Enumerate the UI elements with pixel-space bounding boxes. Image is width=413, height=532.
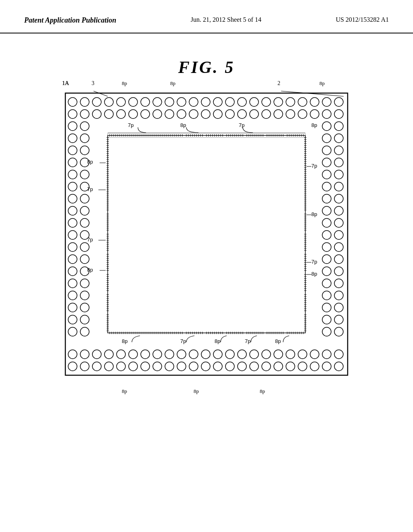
svg-point-156 bbox=[225, 362, 234, 371]
svg-point-90 bbox=[322, 158, 331, 167]
svg-point-76 bbox=[68, 279, 77, 288]
svg-point-148 bbox=[129, 362, 138, 371]
svg-point-121 bbox=[80, 350, 89, 359]
label-2: 2 bbox=[277, 80, 280, 87]
svg-point-106 bbox=[322, 255, 331, 264]
svg-point-56 bbox=[68, 158, 77, 167]
svg-point-95 bbox=[334, 182, 343, 191]
svg-point-43 bbox=[286, 110, 295, 118]
svg-point-164 bbox=[322, 362, 331, 371]
svg-point-137 bbox=[274, 350, 283, 359]
svg-point-79 bbox=[80, 291, 89, 300]
svg-point-131 bbox=[201, 350, 210, 359]
svg-point-99 bbox=[334, 206, 343, 215]
svg-point-144 bbox=[80, 362, 89, 371]
svg-point-102 bbox=[322, 231, 331, 239]
svg-point-115 bbox=[334, 303, 343, 312]
svg-point-85 bbox=[80, 327, 89, 336]
svg-point-107 bbox=[334, 255, 343, 264]
svg-point-152 bbox=[177, 362, 186, 371]
svg-point-81 bbox=[80, 303, 89, 312]
svg-point-52 bbox=[68, 134, 77, 143]
top-row-1 bbox=[68, 98, 343, 106]
label-8p-top3: 8p bbox=[319, 80, 325, 87]
svg-point-159 bbox=[262, 362, 271, 371]
svg-point-114 bbox=[322, 303, 331, 312]
label-8p-bot1: 8p bbox=[122, 388, 127, 395]
svg-point-6 bbox=[117, 98, 125, 106]
svg-point-109 bbox=[334, 267, 343, 276]
svg-point-8 bbox=[141, 98, 150, 106]
bottom-inner-7p-2: 7p bbox=[245, 338, 250, 344]
svg-point-78 bbox=[68, 291, 77, 300]
svg-point-142 bbox=[334, 350, 343, 359]
svg-point-67 bbox=[80, 218, 89, 227]
svg-point-15 bbox=[225, 98, 234, 106]
svg-point-12 bbox=[189, 98, 198, 106]
svg-point-126 bbox=[141, 350, 150, 359]
svg-point-129 bbox=[177, 350, 186, 359]
svg-point-150 bbox=[153, 362, 162, 371]
svg-point-22 bbox=[310, 98, 319, 106]
svg-point-113 bbox=[334, 291, 343, 300]
svg-point-94 bbox=[322, 182, 331, 191]
svg-point-51 bbox=[334, 122, 343, 131]
svg-point-35 bbox=[189, 110, 198, 118]
svg-point-55 bbox=[80, 146, 89, 155]
svg-point-30 bbox=[129, 110, 138, 118]
svg-point-77 bbox=[80, 279, 89, 288]
svg-point-80 bbox=[68, 303, 77, 312]
svg-point-139 bbox=[298, 350, 307, 359]
svg-point-98 bbox=[322, 206, 331, 215]
inner-label-7p-top-right: 7p bbox=[239, 122, 244, 128]
svg-point-120 bbox=[68, 350, 77, 359]
label-3: 3 bbox=[92, 80, 94, 87]
svg-point-163 bbox=[310, 362, 319, 371]
svg-line-541 bbox=[281, 91, 344, 96]
svg-point-14 bbox=[213, 98, 222, 106]
svg-point-128 bbox=[165, 350, 174, 359]
svg-point-118 bbox=[322, 327, 331, 336]
svg-point-13 bbox=[201, 98, 210, 106]
bottom-inner-8p-3: 8p bbox=[275, 338, 281, 344]
right-side-dots bbox=[322, 134, 343, 336]
svg-line-540 bbox=[94, 91, 108, 96]
patent-number: US 2012/153282 A1 bbox=[336, 16, 389, 23]
page-header: Patent Application Publication Jun. 21, … bbox=[0, 0, 413, 33]
svg-point-28 bbox=[104, 110, 113, 118]
svg-point-101 bbox=[334, 218, 343, 227]
bottom-inner-7p-1: 7p bbox=[180, 338, 186, 344]
svg-point-40 bbox=[250, 110, 259, 118]
svg-point-2 bbox=[68, 98, 77, 106]
svg-point-108 bbox=[322, 267, 331, 276]
label-8p-bot2: 8p bbox=[194, 388, 199, 395]
left-label-7p-1: 7p bbox=[87, 186, 93, 192]
svg-point-33 bbox=[165, 110, 174, 118]
svg-point-64 bbox=[68, 206, 77, 215]
svg-point-3 bbox=[80, 98, 89, 106]
svg-point-36 bbox=[201, 110, 210, 118]
svg-point-122 bbox=[92, 350, 101, 359]
svg-point-47 bbox=[334, 110, 343, 118]
publication-label: Patent Application Publication bbox=[24, 16, 116, 25]
svg-point-125 bbox=[129, 350, 138, 359]
left-label-7p-2: 7p bbox=[87, 237, 93, 243]
svg-point-100 bbox=[322, 218, 331, 227]
svg-point-31 bbox=[141, 110, 150, 118]
svg-point-87 bbox=[334, 134, 343, 143]
right-label-8p-2: 8p bbox=[311, 271, 317, 277]
svg-point-26 bbox=[80, 110, 89, 118]
svg-point-88 bbox=[322, 146, 331, 155]
top-row-2 bbox=[68, 110, 343, 118]
svg-point-19 bbox=[274, 98, 283, 106]
svg-point-104 bbox=[322, 243, 331, 251]
svg-point-103 bbox=[334, 231, 343, 239]
svg-point-153 bbox=[189, 362, 198, 371]
svg-point-54 bbox=[68, 146, 77, 155]
svg-point-143 bbox=[68, 362, 77, 371]
top-row-3 bbox=[68, 122, 343, 131]
svg-point-89 bbox=[334, 146, 343, 155]
svg-point-41 bbox=[262, 110, 271, 118]
svg-point-44 bbox=[298, 110, 307, 118]
svg-point-135 bbox=[250, 350, 259, 359]
